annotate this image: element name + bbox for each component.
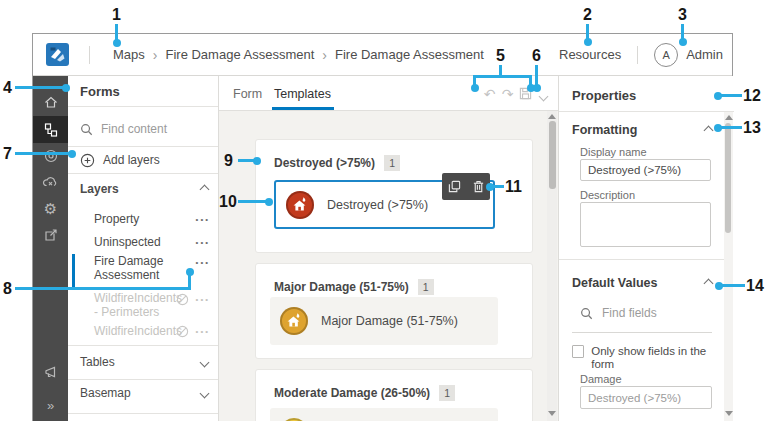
template-item-label: Destroyed (>75%) — [327, 198, 428, 212]
chevron-up-icon — [200, 184, 210, 194]
callout-line — [238, 159, 254, 162]
layer-name: WildfireIncidents — [94, 324, 170, 338]
divider — [68, 173, 218, 174]
layers-section-header[interactable]: Layers — [80, 182, 208, 196]
undo-icon[interactable]: ↶ — [481, 85, 498, 102]
callout-line — [721, 284, 745, 287]
find-content-input[interactable] — [101, 122, 201, 136]
selected-layer-indicator — [72, 254, 75, 287]
properties-scrollbar[interactable] — [724, 112, 733, 421]
callout-number-1: 1 — [112, 7, 121, 23]
disabled-icon — [176, 325, 189, 338]
layer-row-wildfireincidents-perimeters[interactable]: WildfireIncidents - Perimeters ••• — [94, 291, 210, 319]
forms-panel-title: Forms — [80, 84, 120, 99]
callout-line — [586, 24, 589, 39]
template-group-major-damage: Major Damage (51-75%) 1 Major Damage (51… — [255, 263, 533, 359]
callout-number-5: 5 — [496, 48, 505, 64]
major-damage-symbol-icon — [280, 307, 308, 335]
geofences-icon[interactable] — [33, 147, 68, 165]
layer-row-wildfireincidents[interactable]: WildfireIncidents ••• — [94, 324, 210, 338]
find-fields-input[interactable] — [602, 306, 702, 320]
callout-dot — [265, 198, 273, 206]
breadcrumb-map-name[interactable]: Fire Damage Assessment — [165, 47, 314, 62]
layer-name: Uninspected — [94, 235, 161, 249]
navigation-rail: ⚙ » — [33, 76, 68, 421]
callout-number-12: 12 — [743, 88, 761, 104]
forms-icon[interactable] — [33, 121, 68, 139]
basemap-section-label: Basemap — [80, 386, 131, 400]
overflow-menu-icon[interactable]: ••• — [196, 215, 210, 224]
tab-form[interactable]: Form — [233, 87, 262, 101]
overflow-menu-icon[interactable]: ••• — [196, 238, 210, 247]
divider — [559, 259, 724, 260]
display-name-input[interactable] — [580, 159, 711, 181]
only-show-fields-checkbox-row[interactable]: Only show fields in the form — [572, 345, 722, 371]
resources-link[interactable]: Resources — [559, 47, 621, 62]
plus-circle-icon — [80, 153, 95, 168]
offline-cloud-icon[interactable] — [33, 173, 68, 191]
app-window: Maps › Fire Damage Assessment › Fire Dam… — [32, 33, 733, 421]
group-header: Moderate Damage (26-50%) 1 — [274, 385, 455, 401]
callout-line — [719, 94, 742, 97]
group-title: Destroyed (>75%) — [274, 156, 375, 170]
template-item-moderate-damage[interactable]: Moderate Damage (26-50%) — [270, 408, 498, 421]
feedback-megaphone-icon[interactable] — [33, 363, 68, 381]
layer-row-uninspected[interactable]: Uninspected ••• — [94, 235, 210, 249]
damage-value-input[interactable] — [580, 386, 712, 409]
default-values-section-header[interactable]: Default Values — [572, 276, 712, 290]
add-layers-button[interactable]: Add layers — [80, 147, 218, 173]
description-textarea[interactable] — [580, 202, 711, 247]
duplicate-icon[interactable] — [448, 180, 461, 193]
templates-scrollbar[interactable] — [547, 111, 557, 421]
destroyed-symbol-icon — [286, 191, 314, 219]
home-icon[interactable] — [33, 93, 68, 111]
user-avatar[interactable]: A — [654, 43, 678, 67]
callout-number-2: 2 — [583, 7, 592, 23]
overflow-menu-icon[interactable]: ••• — [196, 295, 210, 319]
admin-menu[interactable]: Admin — [686, 47, 723, 62]
chevron-down-icon — [200, 388, 210, 398]
chevron-up-icon — [704, 278, 714, 288]
callout-number-11: 11 — [505, 179, 522, 195]
settings-gear-icon[interactable]: ⚙ — [33, 200, 68, 218]
callout-dot — [253, 157, 261, 165]
scroll-up-icon[interactable] — [725, 115, 733, 120]
header-divider — [89, 46, 90, 64]
scroll-up-icon[interactable] — [548, 114, 556, 119]
breadcrumb-separator-icon: › — [314, 47, 335, 63]
editor-tab-bar: Form Templates ↶ ↷ — [219, 76, 558, 111]
sharing-icon[interactable] — [33, 226, 68, 244]
layer-row-property[interactable]: Property ••• — [94, 212, 210, 226]
group-count-badge: 1 — [439, 385, 455, 401]
app-logo[interactable] — [46, 43, 69, 66]
callout-line — [681, 24, 684, 39]
layers-section-label: Layers — [80, 182, 119, 196]
overflow-menu-icon[interactable]: ••• — [196, 258, 210, 282]
scrollbar-thumb[interactable] — [549, 121, 556, 189]
template-item-major-damage[interactable]: Major Damage (51-75%) — [270, 297, 498, 345]
redo-icon[interactable]: ↷ — [499, 85, 516, 102]
find-fields-search[interactable] — [580, 302, 712, 324]
checkbox-unchecked-icon[interactable] — [572, 345, 584, 358]
basemap-section-header[interactable]: Basemap — [80, 386, 208, 400]
tab-templates[interactable]: Templates — [274, 87, 331, 101]
moderate-damage-symbol-icon — [280, 418, 308, 421]
scrollbar-thumb[interactable] — [725, 123, 731, 233]
breadcrumb-current-page: Fire Damage Assessment — [335, 47, 484, 62]
scroll-down-icon[interactable] — [725, 411, 733, 416]
template-hover-toolbar — [442, 173, 490, 200]
formatting-section-header[interactable]: Formatting — [572, 123, 712, 137]
tables-section-header[interactable]: Tables — [80, 355, 208, 369]
display-name-label: Display name — [580, 146, 647, 158]
group-header: Destroyed (>75%) 1 — [274, 155, 400, 171]
collapse-rail-icon[interactable]: » — [33, 396, 68, 414]
breadcrumb-maps[interactable]: Maps — [113, 47, 145, 62]
screenshot-canvas: Maps › Fire Damage Assessment › Fire Dam… — [0, 0, 772, 423]
callout-dot — [715, 282, 723, 290]
delete-trash-icon[interactable] — [472, 180, 485, 193]
scroll-down-icon[interactable] — [548, 411, 556, 416]
overflow-menu-icon[interactable]: ••• — [196, 327, 210, 336]
callout-dot — [62, 84, 70, 92]
find-content-search[interactable] — [80, 114, 210, 144]
group-title: Major Damage (51-75%) — [274, 280, 409, 294]
